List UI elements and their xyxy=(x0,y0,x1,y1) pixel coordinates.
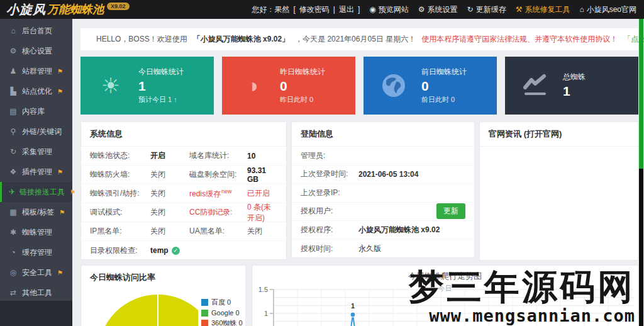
official-news-panel: 官网资讯 (打开官网) xyxy=(479,121,638,261)
field-label: 上次登录时间: xyxy=(301,169,358,179)
welcome-text-pre: HELLO，BOSS！欢迎使用 xyxy=(96,34,187,45)
field-label: redis缓存 xyxy=(189,189,221,198)
system-info-row: 蜘蛛防火墙: 关闭 磁盘剩余空间: 93.31 GB xyxy=(81,166,286,184)
field-value: 关闭 xyxy=(150,207,189,218)
legend-item-google[interactable]: Google 0 xyxy=(201,309,243,317)
stat-sub: 前日此时 0 xyxy=(421,95,467,104)
field-value: 关闭 xyxy=(150,169,189,180)
legend-item-360[interactable]: 360蜘蛛 0 xyxy=(201,318,243,326)
login-info-row: 上次登录IP: xyxy=(292,184,474,203)
eye-icon: ◉ xyxy=(369,5,375,14)
field-value: 93.31 GB xyxy=(247,166,277,184)
field-label: 授权程序: xyxy=(301,225,358,235)
welcome-warning: 使用本程序请遵守国家法律法规、并遵守本软件使用协议！ xyxy=(421,34,618,45)
stat-sub: 预计今日 1 ↑ xyxy=(138,95,184,104)
sidebar-footer xyxy=(0,301,72,326)
sidebar-item-links-keywords[interactable]: ⚲ 外链/关键词 xyxy=(0,121,72,142)
app-logo: 小旋风 万能蜘蛛池 X9.02 xyxy=(0,1,130,18)
field-value: 关闭 xyxy=(247,226,277,237)
field-label: UA黑名单: xyxy=(189,226,247,237)
new-badge: new xyxy=(221,188,232,194)
official-site-button[interactable]: ⌂ 小旋风seo官网 xyxy=(579,4,636,15)
pie-slice-divider xyxy=(157,295,158,326)
logout-link[interactable]: 退出 xyxy=(339,4,354,15)
pin-icon: ⚑ xyxy=(57,169,63,176)
refresh-icon: ↻ xyxy=(467,5,474,14)
panel-title: 官网资讯 (打开官网) xyxy=(480,122,638,147)
top-nav: 您好：果然 [ 修改密码 | 退出 ] ◉ 预览网站 ⚙ 系统设置 ↻ 更新缓存… xyxy=(252,4,644,15)
plugin-icon: ❖ xyxy=(9,167,18,176)
field-label: 蜘蛛池状态: xyxy=(90,150,150,161)
sidebar-item-templates-tags[interactable]: ▦ 模板/标签 ⚑ xyxy=(0,202,72,222)
pin-icon: ⚑ xyxy=(57,269,63,276)
sidebar-item-link-push-tool[interactable]: ✈ 链接推送工具 ⚑ xyxy=(0,182,72,202)
sidebar-item-other-tools[interactable]: ⇄ 其他工具 xyxy=(0,283,72,303)
sidebar-item-cache-management[interactable]: ◔ 缓存管理 xyxy=(0,242,72,262)
field-label: 授权用户: xyxy=(301,206,358,216)
pie-legend: 百度 0 Google 0 360蜘蛛 0 xyxy=(198,296,246,326)
login-info-row: 管理员: xyxy=(292,147,474,166)
system-settings-button[interactable]: ⚙ 系统设置 xyxy=(418,4,458,15)
sidebar-item-core-settings[interactable]: ⚙ 核心设置 xyxy=(0,41,72,61)
stat-sub: 昨日此时 0 xyxy=(280,95,325,104)
change-password-link[interactable]: 修改密码 xyxy=(299,4,330,15)
contrast-icon: ◑ xyxy=(246,74,258,98)
spider-visit-ratio-panel: 今日蜘蛛访问比率 百度 0 Google 0 360蜘蛛 0 xyxy=(80,265,246,326)
login-info-row: 上次登录时间: 2021-06-05 13:04 xyxy=(292,166,474,184)
send-icon: ✈ xyxy=(9,188,15,196)
login-info-panel: 登陆信息 管理员: 上次登录时间: 2021-06-05 13:04 上次登录I… xyxy=(291,121,475,258)
sidebar-item-security-tools[interactable]: ◎ 安全工具 ⚑ xyxy=(0,262,72,283)
pin-icon: ⚑ xyxy=(57,68,63,75)
field-value: 永久版 xyxy=(358,244,381,254)
sidebar-item-plugins[interactable]: ❖ 插件管理 ⚑ xyxy=(0,162,72,182)
stat-value: 0 xyxy=(280,79,325,94)
update-cache-button[interactable]: ↻ 更新缓存 xyxy=(467,4,506,15)
top-header: 小旋风 万能蜘蛛池 X9.02 您好：果然 [ 修改密码 | 退出 ] ◉ 预览… xyxy=(0,0,644,19)
field-label: 授权时间: xyxy=(301,244,358,254)
stat-label: 前日蜘蛛统计 xyxy=(421,67,467,77)
field-value: 已开启 xyxy=(247,188,277,199)
watermark-line2: www.mengsannian.com xyxy=(409,306,635,325)
logo-part2: 万能蜘蛛池 xyxy=(47,2,104,17)
bracket: ] xyxy=(358,5,360,14)
bracket: [ xyxy=(294,5,296,14)
pin-icon: ⚑ xyxy=(59,209,65,216)
stat-value: 1 xyxy=(138,79,184,94)
sidebar-item-site-optimize[interactable]: ▙ 站点优化 ⚑ xyxy=(0,81,72,101)
legend-item-baidu[interactable]: 百度 0 xyxy=(201,298,243,307)
legend-swatch xyxy=(201,320,208,326)
check-icon: ✓ xyxy=(172,247,180,255)
sidebar-item-site-group[interactable]: ♟ 站群管理 ⚑ xyxy=(0,61,72,81)
panel-title: 登陆信息 xyxy=(292,122,474,147)
edge-stripe-green xyxy=(639,19,643,169)
document-icon: ▤ xyxy=(9,107,18,116)
monitor-icon: ⌂ xyxy=(9,26,18,35)
repair-tool-button[interactable]: ⚒ 系统修复工具 xyxy=(516,4,570,15)
welcome-bar: HELLO，BOSS！欢迎使用 「小旋风万能蜘蛛池 x9.02」 ，今天是 20… xyxy=(80,28,638,50)
pin-icon: ⚑ xyxy=(57,88,63,95)
legend-swatch xyxy=(201,310,208,317)
sidebar-item-dashboard[interactable]: ⌂ 后台首页 xyxy=(0,21,72,41)
update-auth-button[interactable]: 更新 xyxy=(436,203,465,219)
globe-icon xyxy=(381,73,406,98)
home-icon: ⌂ xyxy=(579,5,584,14)
gear-icon: ⚙ xyxy=(418,5,425,14)
pie-chart-title: 今日蜘蛛访问比率 xyxy=(81,266,245,289)
field-label: IP黑名单: xyxy=(90,226,150,237)
sidebar-item-spider-management[interactable]: ✱ 蜘蛛管理 xyxy=(0,222,72,242)
sidebar-item-content-library[interactable]: ▤ 内容库 xyxy=(0,101,72,121)
stat-label: 昨日蜘蛛统计 xyxy=(280,67,325,77)
bar-chart-icon: ▙ xyxy=(9,87,18,96)
welcome-product-name: 「小旋风万能蜘蛛池 x9.02」 xyxy=(193,34,289,45)
y-tick-1-5: 1.5 xyxy=(258,286,268,293)
preview-site-button[interactable]: ◉ 预览网站 xyxy=(369,4,408,15)
sidebar-item-collection[interactable]: ↻ 采集管理 xyxy=(0,142,72,162)
field-label: 管理员: xyxy=(301,150,358,161)
stat-card-day-before: 前日蜘蛛统计 0 前日此时 0 xyxy=(364,57,497,115)
welcome-text-post: ，今天是 2021年06月05日 星期六！ xyxy=(295,34,416,45)
refresh-icon: ↻ xyxy=(9,147,18,156)
watermark-line1: 梦三年源码网 xyxy=(409,268,635,305)
field-label: 蜘蛛强引/劫持: xyxy=(90,188,150,199)
field-label: 调试模式: xyxy=(90,207,150,218)
open-official-site-link[interactable]: (打开官网) xyxy=(524,129,562,138)
